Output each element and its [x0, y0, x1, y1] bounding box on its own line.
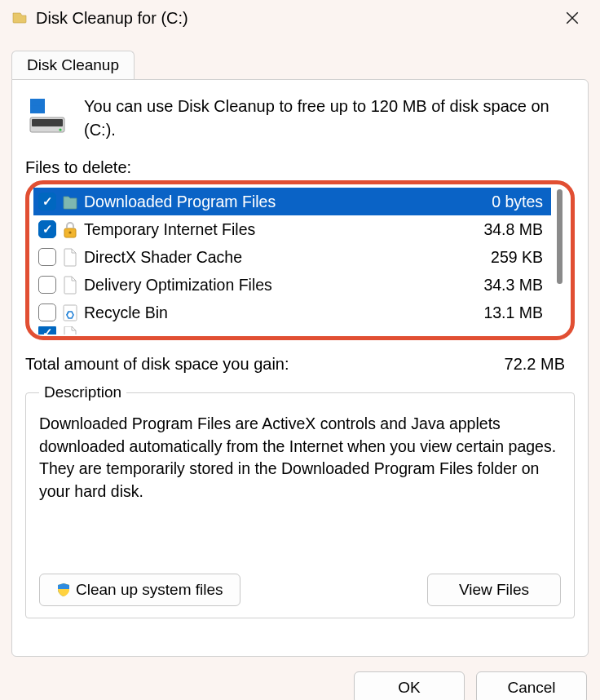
dialog-buttons: OK Cancel: [0, 657, 600, 700]
file-size: 34.3 MB: [483, 276, 548, 295]
file-row[interactable]: [33, 326, 551, 334]
folder-icon: [61, 191, 79, 212]
file-name: Recycle Bin: [84, 303, 479, 322]
file-name: Delivery Optimization Files: [84, 276, 479, 295]
svg-rect-6: [30, 99, 37, 105]
intro-text: You can use Disk Cleanup to free up to 1…: [84, 95, 571, 142]
file-name: DirectX Shader Cache: [84, 248, 486, 267]
shield-icon: [56, 583, 71, 597]
file-row[interactable]: Delivery Optimization Files34.3 MB: [33, 271, 551, 299]
svg-rect-7: [38, 99, 44, 105]
file-checkbox[interactable]: [38, 326, 56, 334]
svg-point-14: [68, 231, 71, 233]
description-legend: Description: [39, 383, 126, 401]
scrollbar[interactable]: [554, 188, 564, 334]
total-value: 72.2 MB: [505, 355, 575, 374]
files-list[interactable]: Downloaded Program Files0 bytesTemporary…: [33, 188, 567, 334]
description-group: Description Downloaded Program Files are…: [25, 383, 575, 618]
file-checkbox[interactable]: [38, 248, 56, 266]
intro-section: You can use Disk Cleanup to free up to 1…: [25, 91, 575, 150]
file-row[interactable]: DirectX Shader Cache259 KB: [33, 243, 551, 271]
tab-disk-cleanup[interactable]: Disk Cleanup: [11, 51, 135, 79]
cancel-button[interactable]: Cancel: [476, 671, 587, 700]
svg-rect-8: [30, 106, 37, 113]
view-files-label: View Files: [459, 581, 529, 599]
file-checkbox[interactable]: [38, 193, 56, 210]
file-icon: [61, 274, 79, 295]
file-row[interactable]: Downloaded Program Files0 bytes: [33, 188, 551, 215]
cleanup-system-files-button[interactable]: Clean up system files: [39, 574, 240, 606]
svg-rect-9: [38, 106, 44, 113]
file-checkbox[interactable]: [38, 303, 56, 321]
tab-panel: You can use Disk Cleanup to free up to 1…: [11, 79, 589, 657]
file-size: 34.8 MB: [483, 220, 548, 239]
file-name: Temporary Internet Files: [84, 220, 479, 239]
total-label: Total amount of disk space you gain:: [25, 355, 289, 374]
svg-point-12: [59, 128, 61, 131]
file-icon: [61, 246, 79, 268]
drive-large-icon: [29, 98, 66, 135]
file-row[interactable]: Temporary Internet Files34.8 MB: [33, 215, 551, 243]
cleanup-system-files-label: Clean up system files: [76, 581, 223, 599]
recycle-icon: [61, 302, 79, 323]
file-size: 13.1 MB: [483, 303, 548, 322]
ok-button[interactable]: OK: [354, 671, 465, 700]
file-name: Downloaded Program Files: [84, 193, 487, 211]
file-checkbox[interactable]: [38, 276, 56, 294]
file-size: 259 KB: [491, 248, 548, 267]
files-list-highlight: Downloaded Program Files0 bytesTemporary…: [25, 180, 575, 340]
view-files-button[interactable]: View Files: [427, 574, 561, 606]
title-bar: Disk Cleanup for (C:): [0, 0, 600, 36]
file-row[interactable]: Recycle Bin13.1 MB: [33, 299, 551, 326]
svg-rect-11: [32, 119, 63, 126]
total-line: Total amount of disk space you gain: 72.…: [25, 355, 575, 374]
file-checkbox[interactable]: [38, 220, 56, 238]
window-title: Disk Cleanup for (C:): [36, 9, 548, 28]
lock-icon: [61, 219, 79, 240]
close-button[interactable]: [548, 0, 597, 36]
files-to-delete-label: Files to delete:: [25, 158, 575, 177]
description-text: Downloaded Program Files are ActiveX con…: [39, 413, 561, 574]
file-size: 0 bytes: [492, 193, 548, 211]
scrollbar-thumb[interactable]: [557, 189, 562, 284]
tab-strip: Disk Cleanup: [0, 36, 600, 79]
file-icon: [61, 326, 79, 334]
drive-icon: [11, 10, 28, 26]
